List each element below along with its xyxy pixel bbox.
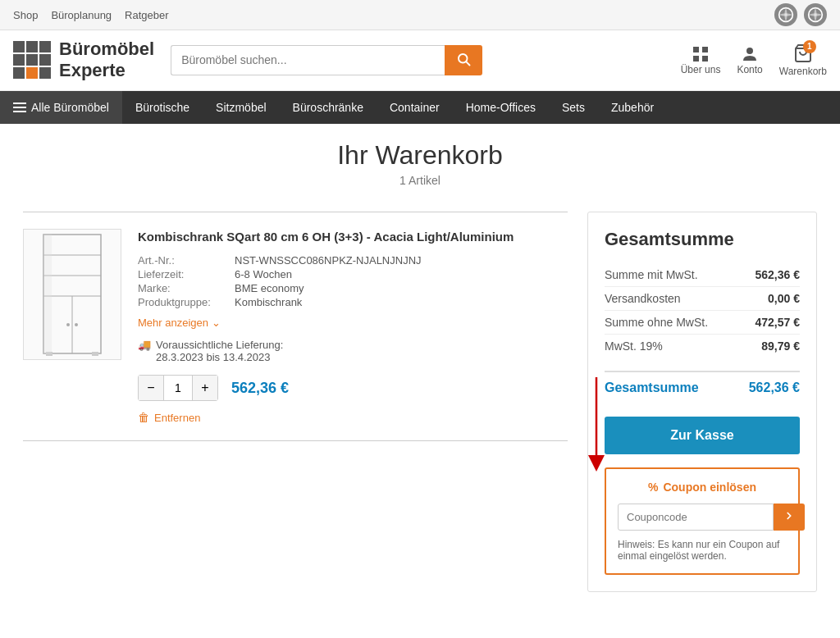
quantity-row: − + 562,36 € [138,375,568,401]
mehr-anzeigen-button[interactable]: Mehr anzeigen ⌄ [138,317,568,329]
summary-rows: Summe mit MwSt. 562,36 € Versandkosten 0… [605,263,800,358]
coupon-note: Hinweis: Es kann nur ein Coupon auf einm… [618,539,787,562]
summary-label-3: MwSt. 19% [605,340,663,353]
nav-home-offices[interactable]: Home-Offices [453,91,549,124]
konto-action[interactable]: Konto [737,44,762,75]
nav-buerotische[interactable]: Bürotische [122,91,203,124]
summary-value-0: 562,36 € [756,268,801,281]
cabinet-svg [31,230,113,358]
cart-summary: Gesamtsumme Summe mit MwSt. 562,36 € Ver… [587,212,817,592]
summary-row-2: Summe ohne MwSt. 472,57 € [605,311,800,335]
marke-value: BME economy [235,282,568,294]
quantity-decrease-button[interactable]: − [139,376,163,400]
svg-rect-18 [92,352,98,356]
hamburger-icon [13,103,26,112]
summary-label-1: Versandkosten [605,292,681,305]
cart-items-section: Kombischrank SQart 80 cm 6 OH (3+3) - Ac… [23,212,568,442]
produktgruppe-label: Produktgruppe: [138,296,228,308]
delivery-dates: 28.3.2023 bis 13.4.2023 [156,351,271,363]
svg-rect-6 [693,56,699,62]
lieferzeit-value: 6-8 Wochen [235,268,568,280]
bueroplanung-link[interactable]: Büroplanung [51,9,112,21]
product-image-container [23,229,121,360]
svg-rect-4 [693,47,699,52]
product-image-box [23,229,121,360]
top-bar: Shop Büroplanung Ratgeber [0,0,840,30]
summary-row-0: Summe mit MwSt. 562,36 € [605,263,800,287]
ueber-uns-label: Über uns [681,64,721,75]
shop-link[interactable]: Shop [13,9,38,21]
search-button[interactable] [445,45,482,75]
nav-container[interactable]: Container [377,91,453,124]
globe-icon-2[interactable] [804,3,827,26]
nav-sets[interactable]: Sets [549,91,598,124]
top-bar-icons [774,3,827,26]
nav-all-label: Alle Büromöbel [31,101,109,114]
summary-value-3: 89,79 € [761,340,800,353]
nav-sitzmoebel[interactable]: Sitzmöbel [203,91,279,124]
checkout-button[interactable]: Zur Kasse [605,417,800,454]
svg-point-16 [75,323,78,326]
remove-label: Entfernen [154,412,200,424]
header: Büromöbel Experte Über uns Konto 1 Waren… [0,30,840,91]
ueber-uns-action[interactable]: Über uns [681,44,721,75]
warenkorb-label: Warenkorb [779,66,827,77]
header-actions: Über uns Konto 1 Warenkorb [681,43,827,77]
page-title: Ihr Warenkorb [23,140,817,171]
search-bar [171,45,482,75]
coupon-container: % Coupon einlösen Hinweis: Es kann nur e… [605,467,800,575]
top-bar-links: Shop Büroplanung Ratgeber [13,9,169,21]
coupon-section: % Coupon einlösen Hinweis: Es kann nur e… [605,467,800,575]
coupon-input[interactable] [618,504,774,531]
summary-label-0: Summe mit MwSt. [605,268,698,281]
summary-label-2: Summe ohne MwSt. [605,316,708,329]
cart-item: Kombischrank SQart 80 cm 6 OH (3+3) - Ac… [23,229,568,425]
search-input[interactable] [171,45,445,75]
delivery-label: Voraussichtliche Lieferung: [156,339,283,351]
lieferzeit-label: Lieferzeit: [138,268,228,280]
coupon-title-text: Coupon einlösen [663,481,756,494]
svg-point-15 [66,323,70,326]
nav-all-bueromoebel[interactable]: Alle Büromöbel [0,91,122,124]
logo-text: Büromöbel Experte [59,39,154,82]
coupon-title: % Coupon einlösen [618,481,787,494]
summary-value-2: 472,57 € [756,316,801,329]
main-nav: Alle Büromöbel Bürotische Sitzmöbel Büro… [0,91,840,124]
percent-icon: % [648,481,658,494]
svg-rect-19 [43,235,52,353]
marke-label: Marke: [138,282,228,294]
remove-button[interactable]: 🗑 Entfernen [138,411,568,424]
art-nr-value: NST-WNSSCC086NPKZ-NJALNJNJNJ [235,254,568,267]
summary-row-3: MwSt. 19% 89,79 € [605,335,800,358]
svg-line-3 [467,62,470,65]
coupon-submit-button[interactable] [774,504,805,531]
page-content: Ihr Warenkorb 1 Artikel [10,124,830,608]
nav-zubehoer[interactable]: Zubehör [598,91,667,124]
logo-grid [13,41,51,79]
quantity-increase-button[interactable]: + [193,376,217,400]
page-subtitle: 1 Artikel [23,174,817,187]
art-nr-label: Art.-Nr.: [138,254,228,267]
produktgruppe-value: Kombischrank [235,296,568,308]
trash-icon: 🗑 [138,411,149,424]
cart-layout: Kombischrank SQart 80 cm 6 OH (3+3) - Ac… [23,212,817,592]
nav-bueoschraenke[interactable]: Büroschränke [280,91,377,124]
chevron-down-icon: ⌄ [212,317,221,329]
cart-badge: 1 [803,40,816,53]
delivery-info: 🚚 Voraussichtliche Lieferung: 28.3.2023 … [138,339,568,363]
svg-rect-7 [702,56,708,62]
svg-rect-5 [702,47,708,52]
product-meta: Art.-Nr.: NST-WNSSCC086NPKZ-NJALNJNJNJ L… [138,254,568,308]
total-label: Gesamtsumme [605,381,699,395]
warenkorb-action[interactable]: 1 Warenkorb [779,43,827,77]
quantity-input[interactable] [163,376,193,400]
summary-title: Gesamtsumme [605,229,800,250]
product-name: Kombischrank SQart 80 cm 6 OH (3+3) - Ac… [138,229,568,245]
summary-row-1: Versandkosten 0,00 € [605,287,800,311]
ratgeber-link[interactable]: Ratgeber [125,9,168,21]
logo[interactable]: Büromöbel Experte [13,39,154,82]
coupon-input-row [618,504,787,531]
truck-icon: 🚚 [138,339,151,351]
konto-label: Konto [737,64,762,75]
globe-icon-1[interactable] [774,3,797,26]
